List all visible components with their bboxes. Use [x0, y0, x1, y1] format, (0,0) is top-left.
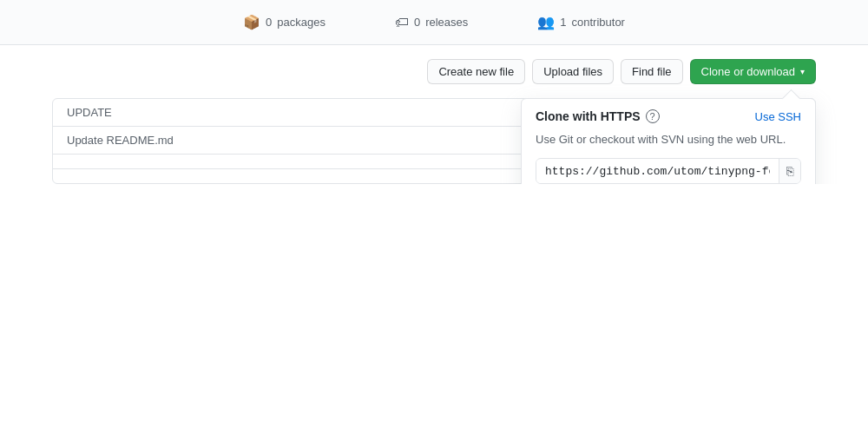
releases-stat[interactable]: 🏷 0 releases [395, 15, 468, 30]
contributors-label: contributor [572, 16, 625, 29]
clone-description: Use Git or checkout with SVN using the w… [522, 128, 815, 158]
contributors-stat[interactable]: 👥 1 contributor [537, 14, 625, 30]
packages-icon: 📦 [243, 14, 260, 30]
clone-url-row: ⎘ [536, 158, 801, 184]
contributors-icon: 👥 [537, 14, 555, 30]
clone-title-text: Clone with HTTPS [536, 109, 641, 123]
clone-help-icon[interactable]: ? [646, 109, 660, 123]
content-area: UPDATE Update README.md Clone with HTTPS… [0, 98, 868, 184]
releases-count: 0 [414, 16, 420, 29]
packages-stat[interactable]: 📦 0 packages [243, 14, 326, 30]
clone-url-input[interactable] [536, 160, 779, 183]
dropdown-arrow-icon: ▾ [800, 67, 805, 76]
copy-icon: ⎘ [786, 164, 793, 178]
releases-label: releases [425, 16, 468, 29]
releases-icon: 🏷 [395, 15, 409, 30]
toolbar: Create new file Upload files Find file C… [0, 45, 868, 98]
use-ssh-link[interactable]: Use SSH [755, 110, 801, 123]
contributors-count: 1 [560, 16, 566, 29]
find-file-button[interactable]: Find file [621, 59, 683, 84]
create-new-file-button[interactable]: Create new file [427, 59, 525, 84]
stats-bar: 📦 0 packages 🏷 0 releases 👥 1 contributo… [0, 0, 868, 45]
clone-or-download-label: Clone or download [701, 65, 795, 78]
upload-files-button[interactable]: Upload files [532, 59, 614, 84]
packages-count: 0 [266, 16, 272, 29]
clone-dropdown-header: Clone with HTTPS ? Use SSH [522, 99, 815, 128]
packages-label: packages [277, 16, 326, 29]
clone-or-download-button[interactable]: Clone or download ▾ [690, 59, 816, 84]
copy-url-button[interactable]: ⎘ [779, 159, 800, 183]
clone-dropdown: Clone with HTTPS ? Use SSH Use Git or ch… [521, 98, 816, 184]
clone-title: Clone with HTTPS ? [536, 109, 660, 123]
